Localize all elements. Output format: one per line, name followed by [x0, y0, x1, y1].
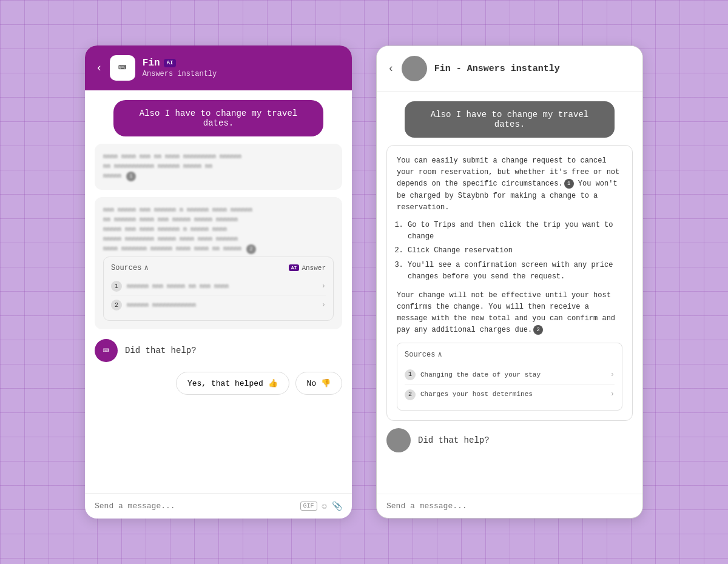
bot-avatar-right — [402, 56, 427, 81]
list-item-3: You'll see a confirmation screen with an… — [408, 260, 622, 283]
sources-label-left: Sources ∧ — [111, 263, 149, 272]
source-num-2-right: 2 — [405, 389, 416, 400]
header-name-right: Fin - Answers instantly — [434, 64, 560, 74]
emoji-icon-left[interactable]: ☺ — [322, 502, 327, 511]
did-that-help-row-left: ⌨ Did that help? — [95, 337, 342, 364]
header-text-left: Fin AI Answers instantly — [143, 58, 341, 78]
chevron-right-1-right: › — [610, 369, 615, 381]
bot-reply-left-2: mmm mmmmm mmm mmmmmm m mmmmmm mmmm mmmmm… — [95, 197, 342, 329]
bot-reply-right: You can easily submit a change request t… — [386, 145, 633, 421]
answer-label: Answer — [302, 264, 326, 272]
source-text-1-left: mmmmmm mmm mmmmm mm mmm mmmm — [127, 283, 322, 290]
source-num-2-left: 2 — [111, 300, 122, 311]
sources-section-left: Sources ∧ AI Answer 1 mmmmmm mmm mmmmm m… — [103, 257, 334, 321]
back-button-right[interactable]: ‹ — [388, 62, 394, 75]
right-body: Also I have to change my travel dates. Y… — [377, 92, 642, 494]
sources-header-right: Sources ∧ — [405, 349, 615, 361]
did-help-text-right: Did that help? — [418, 435, 490, 445]
ref-2: 2 — [246, 244, 256, 254]
right-header: ‹ Fin - Answers instantly — [377, 46, 642, 92]
list-item-2: Click Change reservation — [408, 245, 622, 257]
list-item-1: Go to Trips and then click the trip you … — [408, 220, 622, 243]
header-name-left: Fin AI — [143, 58, 341, 69]
source-text-1-right: Changing the date of your stay — [420, 370, 610, 381]
left-header: ‹ ⌨ Fin AI Answers instantly — [85, 45, 352, 90]
chevron-right-2-left: › — [322, 301, 326, 309]
bot-reply-p1: You can easily submit a change request t… — [397, 155, 622, 213]
ref-circle-2: 2 — [533, 325, 543, 335]
fin-name-left: Fin — [143, 58, 160, 69]
bot-avatar-left: ⌨ — [110, 55, 135, 81]
sources-label-right: Sources ∧ — [405, 349, 442, 361]
blurred-text-1: mmmm mmmm mmm mm mmmm mmmmmmmmm mmmmmm m… — [103, 152, 334, 181]
left-chat-panel: ‹ ⌨ Fin AI Answers instantly Also I have… — [85, 45, 352, 519]
no-button-left[interactable]: No 👎 — [295, 372, 342, 395]
back-button-left[interactable]: ‹ — [96, 62, 103, 74]
input-icons-left: GIF ☺ 📎 — [300, 501, 342, 511]
response-buttons-left: Yes, that helped 👍 No 👎 — [95, 372, 342, 395]
message-input-right[interactable] — [386, 502, 633, 511]
ref-1: 1 — [126, 172, 136, 181]
source-text-2-right: Charges your host determines — [420, 389, 610, 400]
user-message-left: Also I have to change my travel dates. — [113, 100, 324, 136]
source-item-2-left[interactable]: 2 mmmmmm mmmmmmmmmmmm › — [111, 296, 326, 314]
bot-icon-left: ⌨ — [118, 60, 126, 76]
chevron-right-2-right: › — [610, 389, 615, 400]
yes-button-left[interactable]: Yes, that helped 👍 — [176, 372, 289, 395]
did-help-text-left: Did that help? — [125, 346, 197, 355]
sources-chevron-right[interactable]: ∧ — [437, 349, 442, 361]
source-num-1-left: 1 — [111, 281, 122, 292]
ref-circle-1: 1 — [564, 179, 574, 189]
header-subtitle-left: Answers instantly — [143, 70, 341, 78]
sources-section-right: Sources ∧ 1 Changing the date of your st… — [397, 343, 622, 411]
source-num-1-right: 1 — [405, 369, 416, 380]
attachment-icon-left[interactable]: 📎 — [332, 501, 342, 511]
bot-reply-p2: Your change will not be effective until … — [397, 290, 622, 337]
ai-small-badge: AI — [289, 264, 300, 271]
gif-icon-left[interactable]: GIF — [300, 502, 317, 511]
blurred-text-2: mmm mmmmm mmm mmmmmm m mmmmmm mmmm mmmmm… — [103, 206, 334, 254]
ai-answer-badge: AI Answer — [289, 264, 326, 272]
sources-chevron-left[interactable]: ∧ — [144, 263, 148, 272]
right-chat-panel: ‹ Fin - Answers instantly Also I have to… — [376, 45, 643, 519]
bot-icon-small-left: ⌨ — [103, 344, 110, 357]
message-input-left[interactable] — [95, 502, 294, 511]
bot-avatar-right-small — [386, 428, 411, 452]
input-row-right — [377, 494, 642, 518]
bot-reply-left-1: mmmm mmmm mmm mm mmmm mmmmmmmmm mmmmmm m… — [95, 144, 342, 190]
ai-badge-left: AI — [164, 59, 177, 67]
input-row-left: GIF ☺ 📎 — [85, 493, 352, 519]
bot-reply-list: Go to Trips and then click the trip you … — [408, 220, 622, 283]
source-text-2-left: mmmmmm mmmmmmmmmmmm — [127, 302, 322, 309]
user-message-right: Also I have to change my travel dates. — [405, 101, 614, 138]
source-item-1-right[interactable]: 1 Changing the date of your stay › — [405, 366, 615, 385]
bot-avatar-small-left: ⌨ — [95, 339, 118, 362]
left-body: Also I have to change my travel dates. m… — [85, 90, 352, 493]
sources-header-left: Sources ∧ AI Answer — [111, 263, 326, 272]
did-that-help-row-right: Did that help? — [386, 428, 633, 452]
source-item-2-right[interactable]: 2 Charges your host determines › — [405, 385, 615, 404]
chevron-right-1-left: › — [322, 282, 326, 290]
source-item-1-left[interactable]: 1 mmmmmm mmm mmmmm mm mmm mmmm › — [111, 277, 326, 296]
